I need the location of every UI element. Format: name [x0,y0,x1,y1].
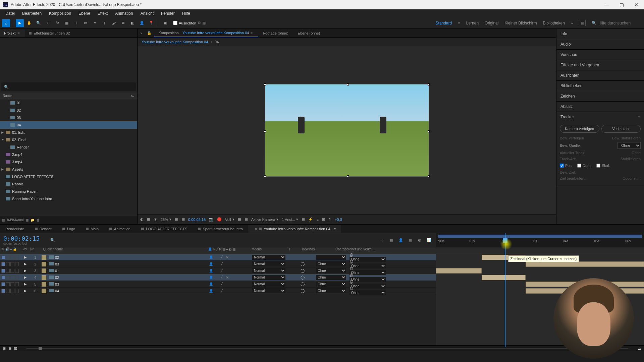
layer-quality-switch[interactable]: ╱ [219,268,224,273]
timeline-tab[interactable]: Main [80,225,104,233]
layer-duration-bar[interactable] [436,268,482,274]
layer-trkmat[interactable]: ◯ [289,268,316,273]
col-num[interactable]: Nr. [30,247,40,254]
timeline-tab[interactable]: Sport Intro/Youtube Intro [193,225,248,233]
pickwhip-icon[interactable]: @ [350,273,353,277]
layer-frameblend-switch[interactable] [230,275,235,280]
layer-duration-bar[interactable] [526,261,644,267]
workspace-kleiner[interactable]: Kleiner Bildschirm [504,21,537,25]
breadcrumb-main[interactable]: Youtube Intro verknüpfte Komposition 04 [142,40,208,44]
layer-lock-toggle[interactable] [15,255,19,259]
layer-collapse-switch[interactable] [214,289,219,293]
comp-mini-flowchart-icon[interactable]: ⊹ [378,237,386,244]
layer-audio-toggle[interactable] [6,269,10,273]
layer-quality-switch[interactable]: ╱ [219,275,224,280]
col-trkmat[interactable]: T [288,247,302,254]
minimize-button[interactable]: — [602,1,612,8]
selection-tool[interactable]: ▶ [16,19,24,27]
snapshot-icon[interactable]: 📷 [209,217,214,222]
layer-trkmat[interactable]: ◯ [289,289,316,293]
comp-tab-footage[interactable]: Footage (ohne) [258,29,293,37]
layer-lock-toggle[interactable] [15,276,19,280]
layer-solo-toggle[interactable] [10,276,14,280]
pickwhip-icon[interactable]: @ [350,253,353,257]
layer-adjust-switch[interactable] [241,275,246,280]
layer-motionblur-switch[interactable] [235,289,240,293]
layer-frameblend-switch[interactable] [230,289,235,293]
tab-project[interactable]: Projekt ≡ [0,29,25,37]
snap-options-icon[interactable]: ⚙ [198,21,201,25]
tracker-camera-button[interactable]: Kamera verfolgen [560,125,599,133]
tab-effect-controls[interactable]: Effekteinstellungen 02 [25,29,74,37]
layer-quality-switch[interactable]: ╱ [219,255,224,260]
brush-tool[interactable]: 🖌 [110,19,118,27]
motion-source-select[interactable]: Ohne [618,142,641,149]
orbit-tool[interactable]: ⊕ [44,19,52,27]
layer-solo-toggle[interactable] [10,255,14,259]
tab-menu-icon[interactable]: ≡ [250,31,254,35]
layer-name[interactable]: 01 [48,269,209,273]
eraser-tool[interactable]: ◧ [128,19,137,27]
layer-solo-toggle[interactable] [10,289,14,293]
comp-tab-layer-lock[interactable]: 🔒 [145,29,154,37]
layer-video-toggle[interactable] [1,269,5,273]
layer-video-toggle[interactable] [1,282,5,286]
layer-expand-toggle[interactable]: ▶ [20,262,30,266]
layer-frameblend-switch[interactable] [230,262,235,266]
zoom-dropdown[interactable]: 25% ▾ [161,217,171,222]
text-tool[interactable]: T [100,19,108,27]
layer-motionblur-switch[interactable] [235,262,240,266]
layer-mode-select[interactable]: Normal [252,255,285,260]
layer-motionblur-switch[interactable] [235,275,240,280]
layer-fx-switch[interactable]: fx [225,275,229,280]
tracker-header[interactable]: Tracker ≡ [556,112,644,122]
layer-3d-switch[interactable] [246,262,251,266]
frame-blend-icon[interactable]: ▦ [407,237,414,244]
timeline-tab[interactable]: ×Youtube Intro verknüpfte Komposition 04… [248,225,341,233]
reset-exposure-icon[interactable]: ↻ [328,217,331,222]
tracker-warp-button[interactable]: Verkr.stab. [601,125,641,133]
layer-shy-switch[interactable]: 👤 [209,268,213,273]
pickwhip-icon[interactable]: @ [350,266,353,270]
panel-header-info[interactable]: Info [556,29,644,39]
work-area-bar[interactable] [438,235,642,238]
project-item[interactable]: 3.mp4 [0,158,137,166]
lock-col-icon[interactable]: 🔒 [13,247,17,254]
hand-tool[interactable]: ✋ [25,19,33,27]
show-channel-icon[interactable]: 🔴 [217,217,222,222]
interpret-icon[interactable]: ▦ [2,218,5,222]
timeline-timecode[interactable]: 0:00:02:15 [3,235,40,242]
layer-adjust-switch[interactable] [241,268,246,273]
comp-tab-active[interactable]: Komposition Youtube Intro verknüpfte Kom… [154,29,258,37]
layer-audio-toggle[interactable] [6,289,10,293]
menu-effekt[interactable]: Effekt [94,10,111,17]
layer-name[interactable]: 02 [48,255,209,259]
project-item[interactable]: ▼02. Final [0,136,137,143]
workspace-menu-icon[interactable]: ≡ [458,21,460,25]
layer-expand-toggle[interactable]: ▶ [20,255,30,259]
fx-col-icon[interactable]: fx [219,247,222,254]
video-col-icon[interactable]: 👁 [1,247,5,254]
project-item[interactable]: Sport Intro/Youtube Intro [0,195,137,202]
workspace-original[interactable]: Original [485,21,498,25]
col-mode[interactable]: Modus [252,247,288,254]
shape-tool[interactable]: ▭ [82,19,90,27]
project-item[interactable]: Render [0,143,137,151]
panel-header-bibliotheken[interactable]: Bibliotheken [556,81,644,91]
layer-solo-toggle[interactable] [10,282,14,286]
rotate-tool[interactable]: ↻ [53,19,61,27]
guides-icon[interactable]: ▦ [181,217,185,222]
mask-mode[interactable]: ▣ [161,19,169,27]
layer-collapse-switch[interactable] [214,255,219,260]
panel-header-absatz[interactable]: Absatz [556,102,644,112]
layer-video-toggle[interactable] [1,289,5,293]
resolution-dropdown[interactable]: Voll ▾ [225,217,234,222]
fast-preview-icon[interactable]: ⚡ [308,217,313,222]
tab-close-icon[interactable]: × [255,227,257,231]
flowchart-icon[interactable]: ⊞ [322,217,325,222]
timeline-search[interactable]: 🔍 [50,238,55,242]
anchor-tool[interactable]: ⊹ [72,19,80,27]
layer-name[interactable]: 03 [48,262,209,266]
3d-col-icon[interactable]: ▦ [232,247,235,254]
toggle-modes-icon[interactable]: ⊟ [8,346,11,351]
